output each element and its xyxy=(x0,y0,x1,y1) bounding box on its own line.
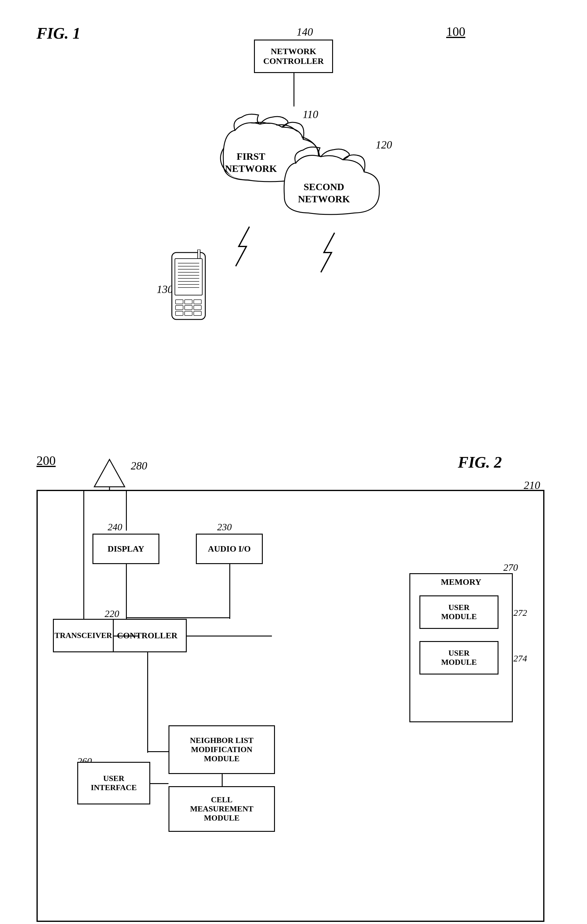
user-interface-box: USERINTERFACE xyxy=(77,762,150,804)
ref-240-label: 240 xyxy=(108,521,122,533)
ref-280-label: 280 xyxy=(131,459,147,472)
svg-rect-29 xyxy=(198,249,200,259)
line-ctrl-to-network xyxy=(294,73,294,107)
memory-box: 270 MEMORY USERMODULE 272 USERMODULE 274 xyxy=(409,573,513,722)
line-horiz-top xyxy=(126,617,230,618)
line-display-to-ctrl xyxy=(126,564,127,619)
memory-label: MEMORY xyxy=(410,577,512,587)
ref-200-label: 200 xyxy=(36,453,56,468)
neighbor-list-box: NEIGHBOR LISTMODIFICATIONMODULE xyxy=(168,725,275,774)
audio-box: AUDIO I/O xyxy=(196,534,263,564)
ref-274-label: 274 xyxy=(513,653,527,663)
ref-210-label: 210 xyxy=(524,479,540,492)
svg-text:SECOND: SECOND xyxy=(303,182,344,192)
transceiver-box: TRANSCEIVER xyxy=(53,619,114,652)
display-label: DISPLAY xyxy=(108,544,144,554)
user-module-2-label: USERMODULE xyxy=(441,648,477,667)
network-controller-box: NETWORKCONTROLLER xyxy=(254,40,333,73)
second-network-cloud: SECOND NETWORK xyxy=(269,137,397,219)
line-trans-up xyxy=(83,491,84,619)
fig2-label: FIG. 2 xyxy=(458,453,502,471)
line-neighbor-cell xyxy=(222,774,223,786)
antenna-symbol xyxy=(91,456,128,494)
ref-140-label: 140 xyxy=(297,26,313,38)
line-ui-right xyxy=(150,783,168,784)
display-box: DISPLAY xyxy=(92,534,159,564)
network-controller-label: NETWORKCONTROLLER xyxy=(263,46,323,66)
svg-text:NETWORK: NETWORK xyxy=(298,193,350,205)
line-trans-left xyxy=(83,619,114,620)
ref-270-label: 270 xyxy=(503,562,518,573)
page: { "fig1": { "label": "FIG. 1", "ref_100"… xyxy=(0,0,587,924)
mobile-phone xyxy=(166,249,211,333)
svg-rect-10 xyxy=(175,259,202,295)
line-antenna-down xyxy=(126,491,127,531)
line-trans-ctrl xyxy=(114,635,138,637)
fig1-label: FIG. 1 xyxy=(36,24,80,42)
user-module-2-box: USERMODULE xyxy=(419,641,498,675)
lightning-2 xyxy=(318,231,342,275)
cell-measurement-box: CELLMEASUREMENTMODULE xyxy=(168,786,275,832)
user-module-1-label: USERMODULE xyxy=(441,603,477,621)
ref-272-label: 272 xyxy=(513,607,527,618)
cell-measurement-label: CELLMEASUREMENTMODULE xyxy=(190,795,253,823)
fig1-section: FIG. 1 100 140 NETWORKCONTROLLER 110 xyxy=(24,18,563,438)
svg-text:FIRST: FIRST xyxy=(237,151,265,162)
audio-label: AUDIO I/O xyxy=(208,544,251,554)
fig2-outer-box: 210 240 230 DISPLAY AUDIO I/O 220 xyxy=(36,490,544,922)
ref-100: 100 xyxy=(446,24,465,39)
user-interface-label: USERINTERFACE xyxy=(91,774,137,792)
line-ctrl-down xyxy=(147,652,148,753)
user-module-1-box: USERMODULE xyxy=(419,596,498,629)
fig2-section: FIG. 2 200 280 210 240 230 DISPLAY xyxy=(24,450,563,924)
lightning-1 xyxy=(232,225,257,269)
transceiver-label: TRANSCEIVER xyxy=(54,631,112,640)
line-audio-to-ctrl xyxy=(229,564,230,619)
neighbor-list-label: NEIGHBOR LISTMODIFICATIONMODULE xyxy=(190,736,254,763)
line-ctrl-to-mem xyxy=(187,635,272,637)
ref-220-label: 220 xyxy=(105,608,119,619)
svg-marker-30 xyxy=(94,459,125,487)
ref-230-label: 230 xyxy=(217,521,232,533)
